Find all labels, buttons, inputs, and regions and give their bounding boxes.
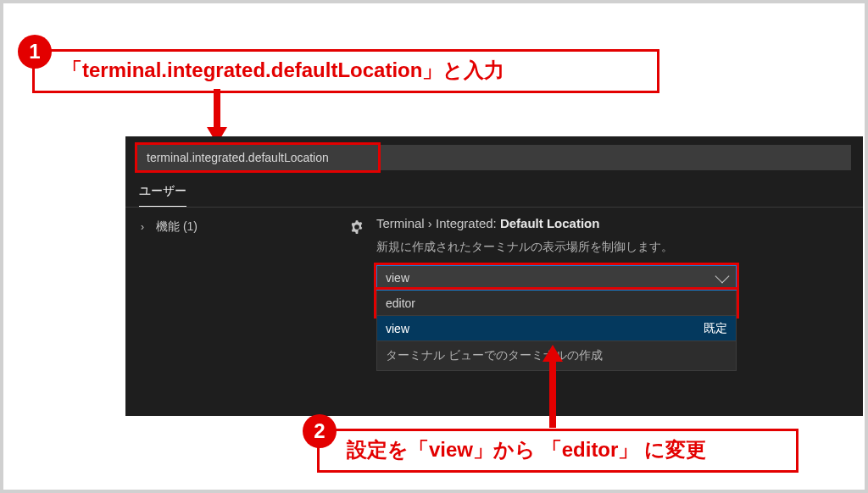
callout-1: 1 「terminal.integrated.defaultLocation」と…	[32, 49, 659, 93]
setting-description: 新規に作成されたターミナルの表示場所を制御します。	[376, 240, 849, 255]
chevron-down-icon	[715, 269, 730, 284]
setting-crumb: Terminal › Integrated:	[376, 216, 497, 230]
tab-user-label: ユーザー	[139, 184, 186, 197]
setting-title: Terminal › Integrated: Default Location	[376, 216, 599, 230]
settings-search-value: terminal.integrated.defaultLocation	[147, 151, 329, 164]
settings-scope-tabs: ユーザー	[125, 170, 863, 208]
chevron-right-icon: ›	[141, 221, 151, 233]
setting-select-value: view	[386, 271, 409, 285]
option-editor[interactable]: editor	[376, 291, 737, 316]
settings-search-input[interactable]: terminal.integrated.defaultLocation	[137, 145, 851, 170]
option-view-label: view	[386, 322, 409, 335]
callout-1-text: 「terminal.integrated.defaultLocation」と入力	[62, 58, 504, 81]
arrow-2-head-icon	[542, 345, 563, 362]
tab-user[interactable]: ユーザー	[139, 184, 186, 207]
gear-icon[interactable]	[349, 219, 364, 235]
settings-content: Terminal › Integrated: Default Location …	[346, 208, 863, 385]
settings-tree: › 機能 (1)	[125, 208, 346, 385]
option-editor-label: editor	[386, 296, 415, 310]
callout-2: 2 設定を「view」から 「editor」 に変更	[317, 429, 798, 473]
settings-window: terminal.integrated.defaultLocation ユーザー…	[125, 136, 863, 416]
tree-item-features[interactable]: › 機能 (1)	[141, 219, 331, 235]
highlight-altoption	[374, 287, 739, 319]
callout-badge-2: 2	[303, 414, 337, 448]
callout-2-text: 設定を「view」から 「editor」 に変更	[347, 438, 706, 461]
setting-name: Default Location	[500, 216, 600, 230]
arrow-1-stem	[214, 89, 220, 129]
callout-badge-1: 1	[18, 35, 52, 69]
option-default-badge: 既定	[704, 321, 727, 336]
option-view[interactable]: view 既定	[376, 316, 737, 341]
tree-item-features-label: 機能 (1)	[156, 219, 198, 235]
arrow-2-stem	[549, 360, 556, 428]
setting-select[interactable]: view	[376, 265, 737, 291]
highlight-select	[374, 263, 739, 293]
